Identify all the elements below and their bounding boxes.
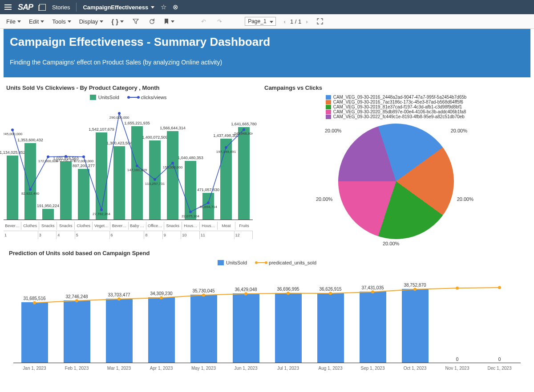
undo-icon[interactable]: ↶ [199, 17, 207, 25]
svg-point-31 [160, 296, 163, 300]
svg-point-35 [329, 292, 332, 295]
chart2-title: Campaings vs Clicks [264, 84, 530, 91]
tools-menu[interactable]: Tools [52, 18, 71, 25]
svg-text:22,075,104: 22,075,104 [182, 214, 200, 218]
edit-label: Edit [29, 18, 39, 25]
sap-logo[interactable]: SAP [18, 3, 33, 12]
main-navbar: SAP Stories CampaignEffectiveness ☆ ⊗ [0, 0, 534, 14]
svg-point-10 [100, 208, 103, 211]
fullscreen-icon[interactable] [316, 17, 324, 25]
svg-point-14 [136, 164, 138, 167]
legend-text: UnitsSold [226, 260, 247, 265]
svg-point-22 [207, 201, 210, 204]
chevron-down-icon [151, 6, 154, 8]
svg-point-38 [456, 287, 459, 290]
edit-menu[interactable]: Edit [29, 18, 44, 25]
svg-text:172,000,000: 172,000,000 [74, 159, 94, 163]
page-next-icon[interactable]: › [306, 18, 307, 25]
pie-slice-label: 20.00% [451, 128, 467, 133]
legend-row: CAM_VEG_09-30-2016_2448a2ad-9047-47a7-99… [326, 95, 467, 100]
chevron-down-icon [100, 20, 103, 23]
close-icon[interactable]: ⊗ [173, 3, 178, 11]
svg-point-29 [75, 299, 78, 302]
page-count: 1 / 1 [290, 18, 301, 25]
chart1-title: Units Sold Vs Clickviews - By Product Ca… [6, 84, 253, 91]
svg-point-32 [202, 293, 205, 296]
page-prev-icon[interactable]: ‹ [284, 18, 286, 25]
dashboard-title: Campaign Effectiveness - Summary Dashboa… [10, 35, 524, 49]
svg-point-20 [189, 211, 192, 213]
svg-text:147,181,209: 147,181,209 [127, 168, 147, 172]
braces-dropdown[interactable]: { } [111, 18, 124, 25]
legend-row: CAM_VEG_09-30-2016_7ac3186c-173c-45e3-87… [326, 100, 463, 104]
chart1-x-axis: Bever…ClothesSnacksSnacksClothesVeget…Be… [4, 222, 253, 230]
svg-point-36 [371, 290, 374, 293]
chart1-month-axis: 1345689101112 [4, 231, 253, 239]
chart1-legend: UnitsSold clicks/views [4, 95, 253, 100]
svg-point-8 [82, 156, 85, 158]
display-label: Display [79, 18, 98, 25]
legend-row: CAM_VEG_09-30-2020_85db897e-00e4-4106-bc… [326, 109, 466, 114]
legend-row: CAM_VEG_09-30-2022_fc449c1e-8193-4fb8-95… [326, 114, 465, 119]
stories-icon[interactable] [39, 4, 46, 11]
chart3-title: Prediction of Units sold based on Campai… [9, 250, 525, 256]
pie-chart [323, 108, 469, 254]
dashboard-subtitle: Finding the Campaigns' effect on Product… [10, 59, 524, 66]
svg-text:245,000,000: 245,000,000 [4, 132, 23, 136]
file-label: File [6, 18, 16, 25]
svg-text:172,000,000: 172,000,000 [38, 159, 58, 163]
svg-point-30 [117, 297, 121, 300]
braces-icon: { } [111, 18, 118, 25]
bookmark-dropdown[interactable] [164, 18, 174, 24]
chevron-down-icon [120, 20, 124, 23]
chevron-down-icon [68, 20, 71, 23]
file-menu[interactable]: File [6, 18, 21, 25]
dashboard-banner: Campaign Effectiveness - Summary Dashboa… [4, 29, 530, 77]
separator [76, 3, 77, 12]
svg-text:245,948,804: 245,948,804 [234, 132, 253, 136]
favorite-star-icon[interactable]: ☆ [161, 3, 166, 11]
pie-slice-label: 20.00% [325, 128, 341, 133]
svg-text:155,000,000: 155,000,000 [163, 165, 183, 169]
svg-point-24 [225, 146, 227, 149]
legend-row: CAM_VEG_09-30-2019_81e37cad-f197-4c3d-af… [326, 104, 462, 109]
svg-text:172,791,878: 172,791,878 [56, 159, 76, 163]
toolbar: File Edit Tools Display { } ↶ ↷ Page_1 ‹… [0, 14, 534, 29]
filter-icon[interactable] [132, 17, 140, 25]
chart-units-vs-clicks[interactable]: Units Sold Vs Clickviews - By Product Ca… [4, 82, 253, 243]
page-name: Page_1 [248, 18, 266, 24]
story-title-dropdown[interactable]: CampaignEffectiveness [83, 4, 154, 11]
svg-text:197,149,491: 197,149,491 [216, 150, 236, 154]
svg-text:290,000,000: 290,000,000 [109, 116, 129, 120]
svg-text:82,922,490: 82,922,490 [21, 192, 40, 196]
chevron-down-icon [40, 20, 44, 23]
svg-point-37 [413, 288, 417, 291]
svg-point-18 [171, 162, 174, 164]
refresh-icon[interactable] [148, 17, 156, 25]
legend-text: clicks/views [141, 95, 166, 100]
display-menu[interactable]: Display [79, 18, 104, 25]
chart-prediction[interactable]: Prediction of Units sold based on Campai… [0, 243, 534, 375]
pie-slice-label: 20.00% [457, 196, 473, 202]
pie-slice-label: 20.00% [316, 196, 332, 202]
bookmark-icon [164, 18, 169, 24]
svg-point-33 [244, 292, 247, 295]
page-selector[interactable]: Page_1 [245, 17, 275, 26]
legend-text: predicated_units_sold [269, 260, 316, 265]
page-navigator: ‹ 1 / 1 › [284, 18, 308, 25]
legend-swatch-line [128, 97, 139, 98]
svg-point-26 [243, 128, 245, 131]
chart3-x-axis: Jan 1, 2023Feb 1, 2023Mar 1, 2023Apr 1, … [13, 366, 521, 371]
stories-label[interactable]: Stories [52, 4, 70, 11]
svg-point-0 [11, 128, 14, 131]
svg-text:110,257,731: 110,257,731 [145, 182, 165, 186]
svg-point-16 [154, 178, 156, 181]
redo-icon[interactable]: ↷ [215, 17, 223, 25]
svg-text:27,782,264: 27,782,264 [93, 212, 111, 216]
pie-slice-label: 20.00% [383, 241, 399, 246]
hamburger-menu-icon[interactable] [4, 4, 12, 10]
legend-swatch-bar [218, 260, 224, 265]
legend-swatch-bar [90, 95, 96, 100]
chart-campaigns-pie[interactable]: Campaings vs Clicks CAM_VEG_09-30-2016_2… [262, 82, 530, 243]
chevron-down-icon [17, 20, 21, 23]
